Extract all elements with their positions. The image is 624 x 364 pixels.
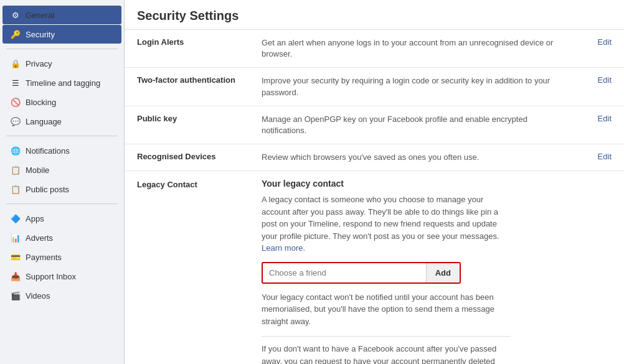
edit-link-recognised-devices[interactable]: Edit <box>598 152 612 161</box>
edit-link-login-alerts[interactable]: Edit <box>598 37 612 47</box>
sidebar-item-apps[interactable]: 🔷 Apps <box>2 209 121 228</box>
main-content: Security Settings Login Alerts Get an al… <box>125 0 624 364</box>
sidebar-item-timeline[interactable]: ☰ Timeline and tagging <box>2 73 121 92</box>
block-icon: 🚫 <box>10 96 21 108</box>
row-desc-public-key: Manage an OpenPGP key on your Facebook p… <box>249 106 585 144</box>
add-friend-button[interactable]: Add <box>426 263 460 282</box>
table-row: Two-factor authentication Improve your s… <box>125 68 624 106</box>
row-label-recognised-devices: Recognised Devices <box>125 144 249 171</box>
sidebar-divider-1 <box>6 49 118 49</box>
sidebar-label-security: Security <box>26 30 55 39</box>
language-icon: 💬 <box>10 116 21 127</box>
apps-icon: 🔷 <box>10 213 21 224</box>
sidebar-label-blocking: Blocking <box>26 98 56 107</box>
legacy-contact-content: Your legacy contact A legacy contact is … <box>249 171 624 364</box>
key-icon: 🔑 <box>10 29 21 40</box>
sidebar-item-videos[interactable]: 🎬 Videos <box>2 286 121 305</box>
edit-link-two-factor[interactable]: Edit <box>598 75 612 85</box>
friend-input-box: Add <box>262 262 461 284</box>
row-action-login-alerts: Edit <box>585 30 624 68</box>
row-label-login-alerts: Login Alerts <box>125 30 249 68</box>
sidebar: ⚙ General 🔑 Security 🔒 Privacy ☰ Timelin… <box>0 0 125 364</box>
sidebar-label-adverts: Adverts <box>26 233 53 243</box>
sidebar-item-public-posts[interactable]: 📋 Public posts <box>2 180 121 198</box>
sidebar-item-adverts[interactable]: 📊 Adverts <box>2 228 121 247</box>
sidebar-item-security[interactable]: 🔑 Security <box>2 25 121 44</box>
sidebar-item-mobile[interactable]: 📋 Mobile <box>2 161 121 179</box>
legacy-contact-label: Legacy Contact <box>125 171 249 364</box>
gear-icon: ⚙ <box>10 9 21 21</box>
legacy-contact-note: Your legacy contact won't be notified un… <box>262 291 511 328</box>
sidebar-label-notifications: Notifications <box>26 146 70 156</box>
learn-more-link[interactable]: Learn more. <box>262 243 305 253</box>
timeline-icon: ☰ <box>10 77 21 88</box>
sidebar-item-blocking[interactable]: 🚫 Blocking <box>2 93 121 111</box>
page-title: Security Settings <box>137 9 612 23</box>
settings-table: Login Alerts Get an alert when anyone lo… <box>125 30 624 364</box>
row-action-two-factor: Edit <box>585 68 624 106</box>
sidebar-label-mobile: Mobile <box>26 166 49 175</box>
sidebar-item-general[interactable]: ⚙ General <box>2 6 121 24</box>
public-posts-icon: 📋 <box>10 184 21 195</box>
sidebar-label-support-inbox: Support Inbox <box>26 272 76 281</box>
legacy-contact-row: Legacy Contact Your legacy contact A leg… <box>125 171 624 364</box>
sidebar-item-language[interactable]: 💬 Language <box>2 112 121 131</box>
table-row: Public key Manage an OpenPGP key on your… <box>125 106 624 144</box>
row-desc-two-factor: Improve your security by requiring a log… <box>249 68 585 106</box>
sidebar-item-support-inbox[interactable]: 📥 Support Inbox <box>2 267 121 286</box>
legacy-contact-title: Your legacy contact <box>262 179 612 189</box>
sidebar-label-language: Language <box>26 117 62 126</box>
legacy-contact-body: A legacy contact is someone who you choo… <box>262 194 511 254</box>
sidebar-label-general: General <box>26 11 54 20</box>
sidebar-divider-2 <box>6 136 118 136</box>
adverts-icon: 📊 <box>10 232 21 243</box>
main-header: Security Settings <box>125 0 624 30</box>
row-label-public-key: Public key <box>125 106 249 144</box>
sidebar-label-videos: Videos <box>26 291 50 301</box>
sidebar-item-notifications[interactable]: 🌐 Notifications <box>2 141 121 160</box>
table-row: Login Alerts Get an alert when anyone lo… <box>125 30 624 68</box>
sidebar-label-payments: Payments <box>26 253 62 262</box>
sidebar-label-public-posts: Public posts <box>26 185 69 194</box>
sidebar-label-privacy: Privacy <box>26 59 52 68</box>
table-row: Recognised Devices Review which browsers… <box>125 144 624 171</box>
row-label-two-factor: Two-factor authentication <box>125 68 249 106</box>
sidebar-divider-3 <box>6 203 118 204</box>
videos-icon: 🎬 <box>10 290 21 301</box>
sidebar-item-privacy[interactable]: 🔒 Privacy <box>2 54 121 73</box>
legacy-deletion-note: If you don't want to have a Facebook acc… <box>262 343 511 364</box>
edit-link-public-key[interactable]: Edit <box>598 114 612 123</box>
payments-icon: 💳 <box>10 251 21 263</box>
sidebar-item-payments[interactable]: 💳 Payments <box>2 248 121 266</box>
lock-icon: 🔒 <box>10 58 21 69</box>
row-desc-login-alerts: Get an alert when anyone logs in to your… <box>249 30 585 68</box>
row-action-public-key: Edit <box>585 106 624 144</box>
row-action-recognised-devices: Edit <box>585 144 624 171</box>
mobile-icon: 📋 <box>10 164 21 175</box>
row-desc-recognised-devices: Review which browsers you've saved as on… <box>249 144 585 171</box>
sidebar-label-timeline: Timeline and tagging <box>26 78 100 88</box>
support-inbox-icon: 📥 <box>10 271 21 282</box>
sidebar-label-apps: Apps <box>26 214 44 223</box>
notifications-icon: 🌐 <box>10 145 21 156</box>
legacy-divider <box>262 336 511 337</box>
friend-input[interactable] <box>263 263 426 282</box>
